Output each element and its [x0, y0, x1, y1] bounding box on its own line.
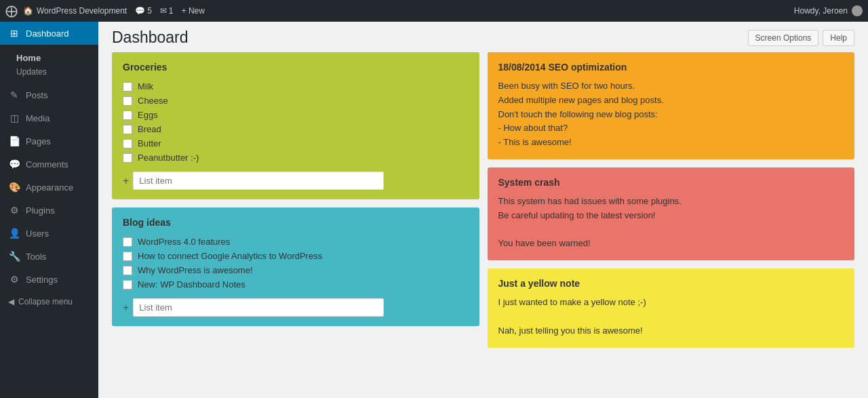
groceries-list: Milk Cheese Eggs Bread [123, 79, 469, 165]
seo-note-title: 18/08/2014 SEO optimization [498, 62, 844, 73]
appearance-icon: 🎨 [8, 182, 20, 193]
posts-icon: ✎ [8, 89, 20, 100]
admin-bar: ⨁ 🏠 WordPress Development 💬 5 ✉ 1 + New … [0, 0, 868, 22]
settings-icon: ⚙ [8, 274, 20, 285]
blog-check-0[interactable] [123, 237, 132, 247]
system-crash-content: This system has had issues with some plu… [498, 195, 844, 251]
list-item: WordPress 4.0 features [123, 235, 469, 249]
sidebar-item-plugins[interactable]: ⚙ Plugins [0, 199, 98, 222]
list-item: How to connect Google Analytics to WordP… [123, 249, 469, 263]
system-crash-widget: System crash This system has had issues … [488, 167, 855, 260]
dashboard-grid: Groceries Milk Cheese Eggs [98, 52, 868, 361]
home-icon: 🏠 [23, 6, 33, 16]
blog-ideas-add-input[interactable] [133, 298, 384, 317]
yellow-note-widget: Just a yellow note I just wanted to make… [488, 268, 855, 347]
new-content-button[interactable]: + New [182, 6, 205, 16]
home-section: Home Updates [0, 45, 98, 83]
sidebar-home-link[interactable]: Home [8, 50, 90, 66]
pages-icon: 📄 [8, 136, 20, 146]
list-item: New: WP Dashboard Notes [123, 277, 469, 292]
groceries-check-0[interactable] [123, 82, 132, 92]
groceries-add-input[interactable] [133, 172, 384, 190]
plugins-icon: ⚙ [8, 205, 20, 216]
sidebar-item-comments[interactable]: 💬 Comments [0, 153, 98, 176]
user-menu[interactable]: Howdy, Jeroen [794, 5, 863, 16]
help-button[interactable]: Help [823, 30, 854, 46]
groceries-check-5[interactable] [123, 153, 132, 163]
list-item: Milk [123, 79, 469, 94]
comments-icon: 💬 [8, 159, 20, 170]
sidebar-item-users[interactable]: 👤 Users [0, 222, 98, 245]
groceries-check-3[interactable] [123, 125, 132, 134]
admin-sidebar: ⊞ Dashboard Home Updates ✎ Posts ◫ Media… [0, 22, 98, 398]
groceries-check-4[interactable] [123, 139, 132, 148]
screen-options-button[interactable]: Screen Options [748, 30, 819, 46]
list-item: Cheese [123, 94, 469, 108]
header-buttons: Screen Options Help [748, 30, 854, 46]
right-column: 18/08/2014 SEO optimization Been busy wi… [488, 52, 855, 348]
seo-note-content: Been busy with SEO for two hours. Added … [498, 79, 844, 150]
sidebar-item-posts[interactable]: ✎ Posts [0, 83, 98, 106]
blog-ideas-list: WordPress 4.0 features How to connect Go… [123, 235, 469, 292]
page-header: Dashboard Screen Options Help [98, 22, 868, 52]
add-groceries-icon[interactable]: + [123, 175, 129, 187]
groceries-check-2[interactable] [123, 111, 132, 120]
list-item: Eggs [123, 108, 469, 122]
dashboard-icon: ⊞ [8, 28, 20, 39]
blog-ideas-title: Blog ideas [123, 217, 469, 228]
blog-ideas-add-row: + [123, 298, 469, 317]
sidebar-item-pages[interactable]: 📄 Pages [0, 130, 98, 153]
page-title: Dashboard [112, 28, 189, 47]
yellow-note-content: I just wanted to make a yellow note ;-) … [498, 296, 844, 338]
messages-icon-bar[interactable]: ✉ 1 [160, 6, 174, 16]
groceries-check-1[interactable] [123, 96, 132, 106]
adminbar-icons: 💬 5 ✉ 1 + New [135, 6, 205, 16]
sidebar-item-tools[interactable]: 🔧 Tools [0, 245, 98, 268]
seo-note-widget: 18/08/2014 SEO optimization Been busy wi… [488, 52, 855, 159]
list-item: Butter [123, 136, 469, 151]
comments-icon-bar[interactable]: 💬 5 [135, 6, 152, 16]
wp-logo-icon[interactable]: ⨁ [5, 3, 18, 18]
sidebar-updates-link[interactable]: Updates [8, 66, 90, 82]
blog-check-3[interactable] [123, 280, 132, 290]
blog-ideas-widget: Blog ideas WordPress 4.0 features How to… [112, 207, 479, 326]
yellow-note-title: Just a yellow note [498, 278, 844, 289]
sidebar-item-dashboard[interactable]: ⊞ Dashboard [0, 22, 98, 45]
collapse-menu-button[interactable]: ◀ Collapse menu [0, 291, 98, 313]
groceries-widget: Groceries Milk Cheese Eggs [112, 52, 479, 199]
site-name[interactable]: 🏠 WordPress Development [23, 6, 127, 16]
list-item: Peanutbutter :-) [123, 151, 469, 165]
blog-check-1[interactable] [123, 252, 132, 261]
users-icon: 👤 [8, 228, 20, 239]
sidebar-item-settings[interactable]: ⚙ Settings [0, 268, 98, 291]
list-item: Bread [123, 122, 469, 136]
collapse-icon: ◀ [8, 297, 14, 306]
sidebar-item-appearance[interactable]: 🎨 Appearance [0, 176, 98, 199]
groceries-add-row: + [123, 172, 469, 190]
content-area: Dashboard Screen Options Help Groceries … [98, 22, 868, 398]
sidebar-item-media[interactable]: ◫ Media [0, 106, 98, 130]
add-blog-icon[interactable]: + [123, 302, 129, 314]
system-crash-title: System crash [498, 177, 844, 188]
blog-check-2[interactable] [123, 266, 132, 275]
left-column: Groceries Milk Cheese Eggs [112, 52, 479, 348]
groceries-title: Groceries [123, 62, 469, 73]
list-item: Why WordPress is awesome! [123, 263, 469, 277]
media-icon: ◫ [8, 113, 20, 123]
user-avatar [852, 5, 863, 16]
tools-icon: 🔧 [8, 251, 20, 262]
